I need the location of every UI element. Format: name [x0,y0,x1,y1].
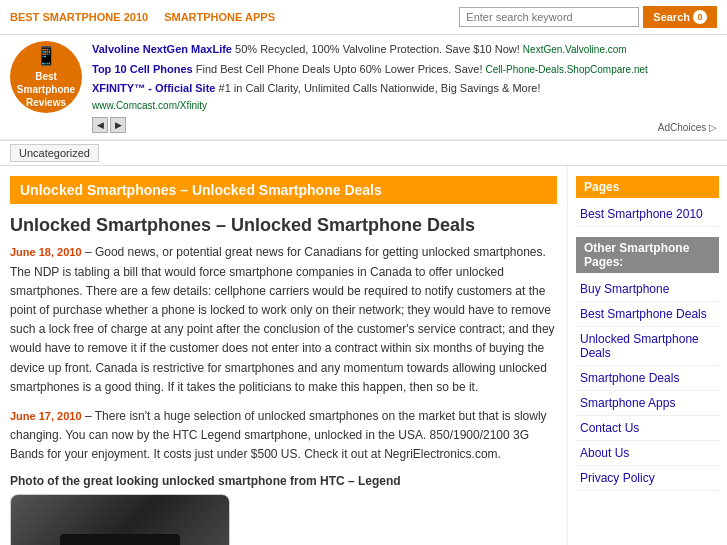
ad-1-link[interactable]: Valvoline NextGen MaxLife [92,43,232,55]
site-logo: 📱 Best Smartphone Reviews [10,41,82,113]
breadcrumb[interactable]: Uncategorized [10,144,99,162]
pages-section: Pages Best Smartphone 2010 [576,176,719,227]
sidebar-link-about-us[interactable]: About Us [576,441,719,466]
post-entry-2: June 17, 2010 – There isn't a huge selec… [10,407,557,465]
main-layout: Unlocked Smartphones – Unlocked Smartpho… [0,166,727,545]
ad-3-body: #1 in Call Clarity, Unlimited Calls Nati… [215,82,540,94]
photo-caption: Photo of the great looking unlocked smar… [10,474,557,488]
ad-1: Valvoline NextGen MaxLife 50% Recycled, … [92,41,648,58]
sidebar-link-best-smartphone-2010[interactable]: Best Smartphone 2010 [576,202,719,227]
sidebar-link-unlocked-deals[interactable]: Unlocked Smartphone Deals [576,327,719,366]
ad-choices[interactable]: AdChoices ▷ [658,122,717,133]
search-label: Search [653,11,690,23]
sidebar: Pages Best Smartphone 2010 Other Smartph… [567,166,727,545]
post-entry-1: June 18, 2010 – Good news, or potential … [10,243,557,397]
logo-line2: Smartphone [17,83,75,96]
sidebar-link-buy-smartphone[interactable]: Buy Smartphone [576,277,719,302]
sidebar-link-privacy-policy[interactable]: Privacy Policy [576,466,719,491]
sidebar-link-contact-us[interactable]: Contact Us [576,416,719,441]
search-count: 0 [693,10,707,24]
nav-link-smartphone-apps[interactable]: SMARTPHONE APPS [164,11,275,23]
search-button[interactable]: Search 0 [643,6,717,28]
next-arrow[interactable]: ▶ [110,117,126,133]
sidebar-link-best-deals[interactable]: Best Smartphone Deals [576,302,719,327]
phone-screen: 10:08 Barcelona 12◀ [60,534,180,545]
ad-3: XFINITY™ - Official Site #1 in Call Clar… [92,80,648,113]
ad-1-url: NextGen.Valvoline.com [523,44,627,55]
other-section: Other Smartphone Pages: Buy Smartphone B… [576,237,719,491]
nav-link-best-smartphone[interactable]: BEST SMARTPHONE 2010 [10,11,148,23]
top-navigation: BEST SMARTPHONE 2010 SMARTPHONE APPS Sea… [0,0,727,35]
ad-3-link[interactable]: XFINITY™ - Official Site [92,82,215,94]
post-date-2: June 17, 2010 [10,410,82,422]
logo-line1: Best [35,70,57,83]
ad-2-body: Find Best Cell Phone Deals Upto 60% Lowe… [193,63,483,75]
ad-2: Top 10 Cell Phones Find Best Cell Phone … [92,61,648,78]
ads-text: Valvoline NextGen MaxLife 50% Recycled, … [92,41,648,133]
sidebar-link-smartphone-apps[interactable]: Smartphone Apps [576,391,719,416]
nav-arrows: ◀ ▶ [92,117,648,133]
ad-bar: 📱 Best Smartphone Reviews Valvoline Next… [0,35,727,140]
logo-line3: Reviews [26,96,66,109]
sidebar-link-smartphone-deals[interactable]: Smartphone Deals [576,366,719,391]
content-area: Unlocked Smartphones – Unlocked Smartpho… [0,166,567,545]
ad-2-url: Cell-Phone-Deals.ShopCompare.net [486,64,648,75]
nav-links: BEST SMARTPHONE 2010 SMARTPHONE APPS [10,11,275,23]
prev-arrow[interactable]: ◀ [92,117,108,133]
search-area: Search 0 [459,6,717,28]
ad-3-url: www.Comcast.com/Xfinity [92,100,207,111]
post-title-bar: Unlocked Smartphones – Unlocked Smartpho… [10,176,557,204]
post-body-1: – Good news, or potential great news for… [10,245,555,393]
post-body-2: – There isn't a huge selection of unlock… [10,409,547,461]
logo-phone-icon: 📱 [35,45,57,68]
ad-1-body: 50% Recycled, 100% Valvoline Protection.… [232,43,520,55]
post-main-title: Unlocked Smartphones – Unlocked Smartpho… [10,214,557,237]
pages-title: Pages [576,176,719,198]
ad-2-link[interactable]: Top 10 Cell Phones [92,63,193,75]
breadcrumb-bar: Uncategorized [0,140,727,166]
post-date-1: June 18, 2010 [10,246,82,258]
other-title: Other Smartphone Pages: [576,237,719,273]
search-input[interactable] [459,7,639,27]
phone-image: 10:08 Barcelona 12◀ [10,494,230,545]
